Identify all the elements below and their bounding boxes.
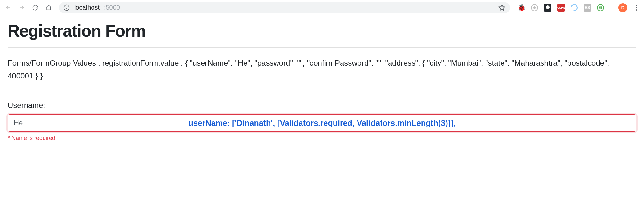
divider (8, 47, 636, 48)
url-port: :5000 (104, 4, 120, 11)
forward-button[interactable] (16, 2, 28, 13)
browser-menu-button[interactable] (633, 2, 640, 13)
back-button[interactable] (3, 2, 14, 13)
extensions-row: 🐞 CORS ES G D (514, 2, 641, 13)
url-host: localhost (74, 4, 100, 11)
extension-opera-icon[interactable] (569, 3, 579, 12)
form-values-dump: Forms/FormGroup Values : registrationFor… (8, 57, 636, 82)
reload-button[interactable] (29, 2, 41, 13)
home-button[interactable] (43, 2, 54, 13)
svg-marker-3 (499, 4, 505, 10)
username-input[interactable] (14, 119, 630, 127)
extension-cors-icon[interactable]: CORS (557, 4, 565, 12)
extension-es-icon[interactable]: ES (584, 4, 591, 12)
address-bar[interactable]: localhost:5000 (59, 2, 510, 13)
bookmark-star-icon[interactable] (498, 4, 505, 11)
username-error-message: * Name is required (8, 135, 636, 142)
username-input-wrap: userName: ['Dinanath', [Validators.requi… (8, 114, 636, 132)
divider (8, 92, 636, 92)
site-info-icon[interactable] (63, 4, 70, 11)
extension-grammarly-icon[interactable]: G (597, 4, 604, 11)
username-label: Username: (8, 101, 636, 110)
extension-redux-icon[interactable]: 🐞 (518, 4, 525, 12)
profile-avatar[interactable]: D (618, 3, 627, 12)
toolbar-separator (611, 4, 611, 12)
extension-octotree-icon[interactable] (544, 4, 551, 12)
browser-toolbar: localhost:5000 🐞 CORS ES G D (0, 0, 644, 15)
page-title: Registration Form (8, 21, 636, 40)
page-content: Registration Form Forms/FormGroup Values… (0, 15, 644, 147)
extension-record-icon[interactable] (531, 4, 538, 11)
